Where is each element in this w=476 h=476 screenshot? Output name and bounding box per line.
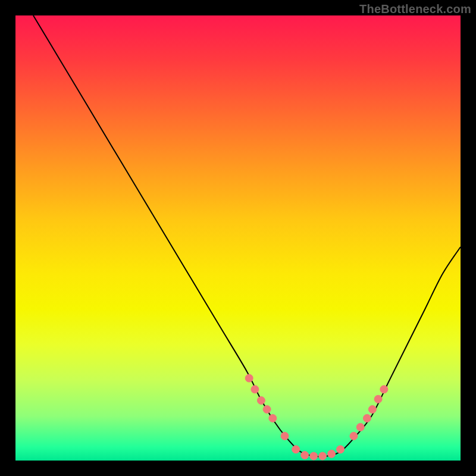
marker-dot (251, 386, 259, 393)
marker-dot (319, 452, 327, 460)
marker-dot (350, 432, 358, 440)
plot-background-gradient (15, 15, 461, 461)
marker-dot (245, 374, 253, 382)
marker-dot (356, 423, 364, 431)
watermark-text: TheBottleneck.com (359, 2, 471, 16)
marker-dot (292, 446, 300, 453)
marker-dot (374, 395, 382, 403)
bottleneck-curve-svg (15, 15, 461, 461)
marker-dot (281, 432, 289, 440)
marker-dot (263, 405, 271, 413)
marker-dot (269, 414, 277, 422)
marker-dot (380, 386, 388, 393)
marker-dot (368, 405, 376, 413)
marker-dots-group (245, 374, 388, 460)
marker-dot (257, 397, 265, 405)
marker-dot (301, 452, 309, 459)
marker-dot (363, 414, 371, 422)
bottleneck-curve (33, 15, 461, 456)
marker-dot (310, 452, 318, 460)
chart-frame: TheBottleneck.com (0, 0, 476, 476)
marker-dot (337, 446, 345, 453)
marker-dot (328, 450, 336, 458)
